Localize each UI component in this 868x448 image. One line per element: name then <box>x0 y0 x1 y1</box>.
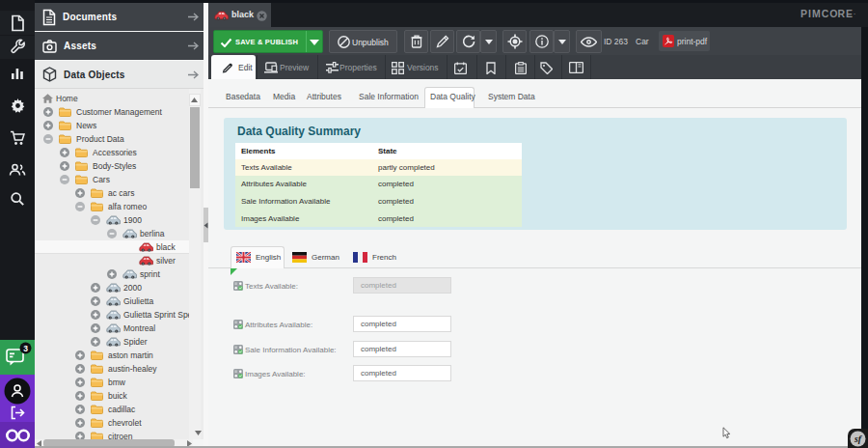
svg-text:3: 3 <box>23 344 28 353</box>
